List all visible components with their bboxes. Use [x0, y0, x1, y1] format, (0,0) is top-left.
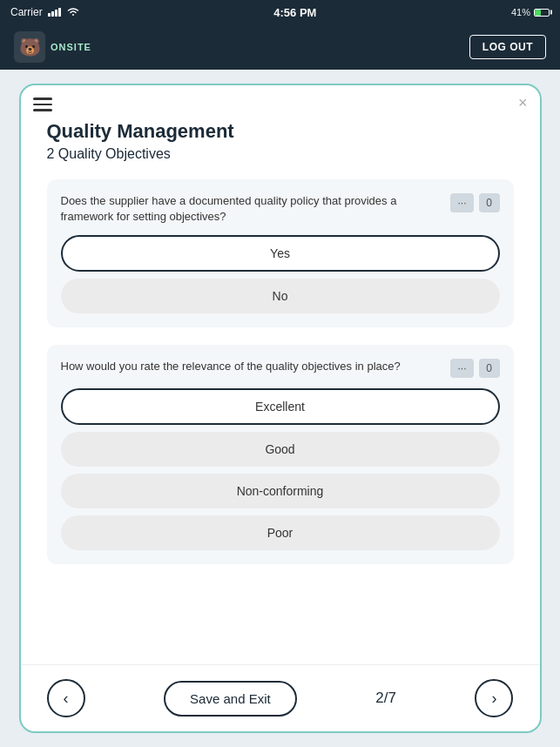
- status-time: 4:56 PM: [273, 6, 316, 19]
- page-indicator: 2/7: [375, 690, 396, 707]
- option-poor[interactable]: Poor: [61, 515, 500, 550]
- wifi-icon: [67, 8, 79, 17]
- survey-card: × Quality Management 2 Quality Objective…: [19, 84, 542, 733]
- carrier-text: Carrier: [10, 6, 43, 18]
- count-badge-1: 0: [479, 193, 500, 212]
- prev-icon: ‹: [64, 690, 69, 708]
- option-excellent[interactable]: Excellent: [61, 388, 500, 425]
- main-area: × Quality Management 2 Quality Objective…: [0, 70, 560, 747]
- hamburger-menu[interactable]: [33, 98, 52, 111]
- svg-rect-2: [55, 10, 57, 17]
- card-footer: ‹ Save and Exit 2/7 ›: [21, 664, 540, 731]
- status-right: 41%: [511, 7, 550, 17]
- question-block-2: How would you rate the relevance of the …: [47, 345, 514, 564]
- svg-rect-1: [51, 11, 54, 17]
- question-row-1: Does the supplier have a documented qual…: [61, 193, 500, 225]
- hamburger-line-2: [33, 104, 52, 106]
- logo-text: ONSITE: [51, 42, 91, 52]
- section-subtitle: 2 Quality Objectives: [47, 146, 514, 162]
- next-icon: ›: [491, 690, 496, 708]
- question-row-2: How would you rate the relevance of the …: [61, 359, 500, 378]
- svg-rect-3: [58, 8, 61, 17]
- app-header: 🐻 ONSITE LOG OUT: [0, 24, 560, 70]
- card-content: Quality Management 2 Quality Objectives …: [21, 103, 540, 664]
- comment-button-1[interactable]: ···: [450, 193, 473, 212]
- next-button[interactable]: ›: [475, 679, 513, 717]
- logo-icon: 🐻: [14, 31, 45, 63]
- battery-percent: 41%: [511, 7, 530, 17]
- option-nonconforming[interactable]: Non-conforming: [61, 474, 500, 508]
- option-yes[interactable]: Yes: [61, 235, 500, 272]
- battery-fill: [535, 10, 541, 16]
- hamburger-line-1: [33, 98, 52, 100]
- comment-button-2[interactable]: ···: [450, 359, 473, 378]
- question-block-1: Does the supplier have a documented qual…: [47, 179, 514, 327]
- prev-button[interactable]: ‹: [47, 679, 85, 717]
- status-bar: Carrier 4:56 PM 41%: [0, 0, 560, 24]
- question-text-1: Does the supplier have a documented qual…: [61, 193, 442, 225]
- save-exit-button[interactable]: Save and Exit: [164, 681, 297, 717]
- signal-icon: [48, 8, 62, 17]
- question-meta-2: ··· 0: [450, 359, 499, 378]
- close-button[interactable]: ×: [518, 94, 528, 112]
- question-meta-1: ··· 0: [450, 193, 499, 212]
- logout-button[interactable]: LOG OUT: [469, 35, 546, 59]
- question-text-2: How would you rate the relevance of the …: [61, 359, 442, 374]
- section-title: Quality Management: [47, 120, 514, 143]
- option-good[interactable]: Good: [61, 432, 500, 467]
- count-badge-2: 0: [479, 359, 500, 378]
- option-no[interactable]: No: [61, 279, 500, 313]
- svg-rect-0: [48, 13, 51, 17]
- status-left: Carrier: [10, 6, 79, 18]
- battery-icon: [534, 9, 550, 17]
- hamburger-line-3: [33, 109, 52, 111]
- logo-area: 🐻 ONSITE: [14, 31, 91, 63]
